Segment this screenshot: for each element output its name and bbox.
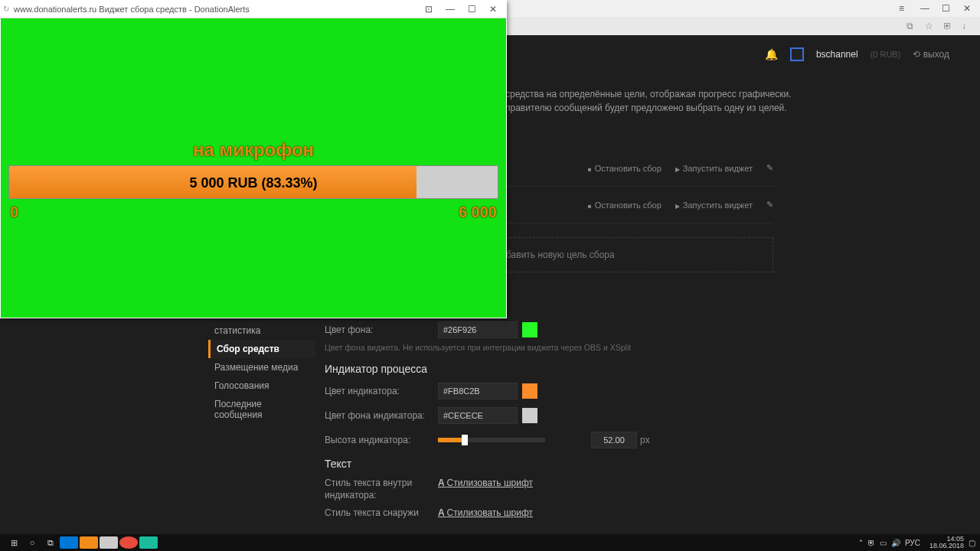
tray-chevron-up-icon[interactable]: ˄: [859, 539, 863, 547]
ind-height-value[interactable]: [591, 432, 637, 448]
os-taskbar: ⊞ ○ ⧉ ˄ ⛨ ▭ 🔊 РУС 14:05 18.06.2018 ▢: [0, 534, 980, 551]
widget-progress-bar: 5 000 RUB (83.33%): [8, 165, 498, 199]
system-tray: ˄ ⛨ ▭ 🔊 РУС 14:05 18.06.2018 ▢: [859, 536, 975, 549]
widget-scale-max: 6 000: [459, 204, 497, 221]
ind-color-label: Цвет индикатора:: [325, 386, 438, 396]
bg-color-hint: Цвет фона виджета. Не используется при и…: [325, 343, 773, 352]
tray-lang[interactable]: РУС: [905, 539, 920, 547]
style-font-link[interactable]: Стилизовать шрифт: [438, 478, 533, 501]
sidebar-item-fundraising[interactable]: Сбор средств: [208, 340, 315, 358]
os-minimize-icon[interactable]: —: [920, 3, 931, 14]
popup-close-icon[interactable]: ✕: [482, 4, 504, 15]
text-outside-label: Стиль текста снаружи: [325, 507, 438, 520]
popup-lock-icon: ⊡: [418, 4, 439, 15]
taskbar-app[interactable]: [60, 536, 78, 549]
tray-notifications-icon[interactable]: ▢: [969, 539, 975, 547]
ind-height-slider[interactable]: [438, 438, 545, 442]
sidebar-item-polls[interactable]: Голосования: [208, 377, 315, 395]
bg-color-label: Цвет фона:: [325, 324, 438, 335]
ind-height-label: Высота индикатора:: [325, 435, 438, 445]
taskbar-app[interactable]: [139, 536, 158, 549]
taskbar-app[interactable]: [119, 536, 138, 549]
widget-popup-window: ↻ www.donationalerts.ru Виджет сбора сре…: [0, 0, 507, 318]
widget-goal-title: на микрофон: [1, 139, 506, 161]
tray-volume-icon[interactable]: 🔊: [891, 539, 900, 547]
ind-bg-swatch[interactable]: [522, 408, 537, 423]
donation-widget-preview: на микрофон 5 000 RUB (83.33%) 0 6 000: [1, 18, 506, 318]
ind-color-input[interactable]: [438, 383, 518, 399]
ind-height-unit: px: [640, 435, 650, 445]
ind-bg-label: Цвет фона индикатора:: [325, 410, 438, 421]
os-close-icon[interactable]: ✕: [963, 3, 974, 14]
ind-bg-input[interactable]: [438, 407, 518, 424]
popup-titlebar: ↻ www.donationalerts.ru Виджет сбора сре…: [0, 0, 507, 18]
run-widget-link[interactable]: Запустить виджет: [675, 164, 753, 173]
stop-goal-link[interactable]: Остановить сбор: [588, 164, 662, 173]
sidebar-item-stats[interactable]: статистика: [208, 321, 315, 340]
sidebar-item-media[interactable]: Размещение медиа: [208, 358, 315, 377]
sidebar-nav: статистика Сбор средств Размещение медиа…: [208, 321, 315, 424]
balance-badge: (0 RUB): [871, 50, 901, 59]
sidebar-item-messages[interactable]: Последние сообщения: [208, 395, 315, 424]
username: bschannel: [816, 49, 858, 60]
description-text: средства на определённые цели, отображая…: [505, 87, 949, 115]
bell-icon[interactable]: 🔔: [765, 48, 778, 60]
widget-scale: 0 6 000: [10, 204, 497, 221]
os-menu-icon[interactable]: ≡: [899, 3, 910, 14]
start-button[interactable]: ⊞: [5, 536, 23, 549]
ext-bookmark-icon[interactable]: ⧉: [906, 21, 917, 31]
reload-icon[interactable]: ↻: [3, 5, 9, 13]
popup-maximize-icon[interactable]: ☐: [461, 4, 482, 15]
avatar[interactable]: [790, 47, 804, 61]
edit-goal-icon[interactable]: ✎: [766, 163, 773, 173]
edit-goal-icon[interactable]: ✎: [766, 200, 773, 210]
search-icon[interactable]: ○: [23, 536, 41, 549]
ind-color-swatch[interactable]: [522, 383, 537, 399]
popup-title-text: www.donationalerts.ru Виджет сбора средс…: [14, 5, 418, 14]
ext-star-icon[interactable]: ☆: [925, 21, 936, 31]
indicator-section-title: Индикатор процесса: [325, 363, 773, 375]
taskview-icon[interactable]: ⧉: [41, 536, 60, 549]
stop-goal-link[interactable]: Остановить сбор: [588, 201, 662, 210]
text-inside-label: Стиль текста внутри индикатора:: [325, 478, 438, 501]
text-section-title: Текст: [325, 458, 773, 470]
style-font-link[interactable]: Стилизовать шрифт: [438, 507, 533, 520]
taskbar-app[interactable]: [80, 536, 98, 549]
bg-color-swatch[interactable]: [522, 322, 537, 337]
ext-shield-icon[interactable]: ⛨: [943, 21, 954, 31]
settings-form: Цвет фона: Цвет фона виджета. Не использ…: [325, 321, 773, 526]
taskbar-app[interactable]: [100, 536, 118, 549]
ext-download-icon[interactable]: ↓: [962, 21, 972, 31]
widget-scale-min: 0: [10, 204, 18, 221]
logout-link[interactable]: ⟲ выход: [913, 49, 949, 60]
bg-color-input[interactable]: [438, 321, 518, 338]
popup-minimize-icon[interactable]: —: [439, 4, 461, 15]
tray-clock[interactable]: 14:05 18.06.2018: [929, 536, 964, 549]
run-widget-link[interactable]: Запустить виджет: [675, 201, 753, 210]
os-maximize-icon[interactable]: ☐: [942, 3, 952, 14]
tray-shield-icon[interactable]: ⛨: [867, 539, 875, 547]
tray-network-icon[interactable]: ▭: [880, 539, 887, 547]
widget-progress-label: 5 000 RUB (83.33%): [9, 166, 498, 200]
